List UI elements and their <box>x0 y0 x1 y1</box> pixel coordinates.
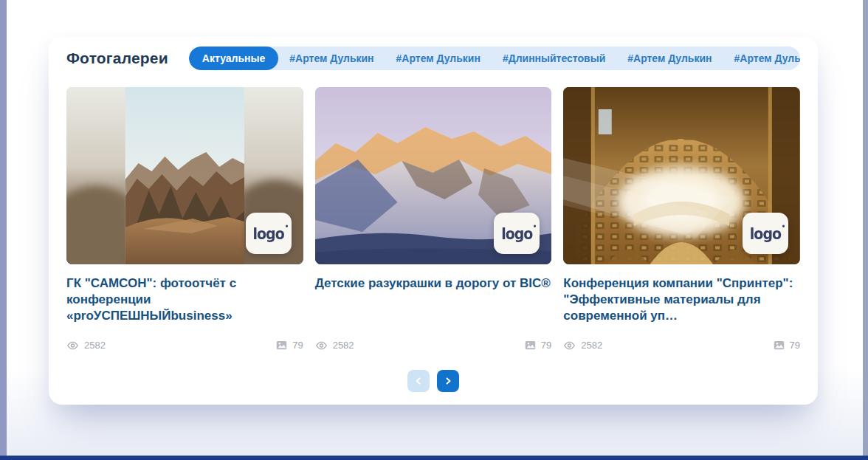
photos-stat: 79 <box>276 340 303 351</box>
chevron-left-icon <box>414 377 423 385</box>
views-stat: 2582 <box>66 340 106 351</box>
panel-header: Фотогалереи Актуальные #Артем Дулькин #А… <box>66 46 800 71</box>
logo-watermark-text: logo <box>750 224 781 242</box>
photos-count: 79 <box>292 340 303 351</box>
eye-icon <box>66 341 79 350</box>
gallery-card: logo ГК "САМСОН": фотоотчёт с конференци… <box>66 87 303 351</box>
logo-watermark-text: logo <box>501 224 532 242</box>
window-border-bottom <box>0 456 868 460</box>
photos-stat: 79 <box>525 340 551 351</box>
gallery-photo-desert-mountains[interactable]: logo <box>66 87 303 264</box>
gallery-stats: 2582 79 <box>66 340 303 351</box>
views-count: 2582 <box>581 340 602 351</box>
photos-icon <box>525 340 536 350</box>
page-title: Фотогалереи <box>66 49 168 67</box>
pagination <box>66 370 800 392</box>
photos-icon <box>774 340 785 350</box>
tab-actual[interactable]: Актуальные <box>189 47 278 70</box>
next-page-button[interactable] <box>437 370 459 392</box>
photos-stat: 79 <box>774 340 800 351</box>
views-count: 2582 <box>84 340 106 351</box>
photo-galleries-panel: Фотогалереи Актуальные #Артем Дулькин #А… <box>49 37 818 405</box>
gallery-photo-snow-mountain[interactable]: logo <box>315 87 552 264</box>
tab-hashtag-5[interactable]: #Артем Дулькин <box>723 52 800 64</box>
gallery-title[interactable]: ГК "САМСОН": фотоотчёт с конференции «pr… <box>66 275 303 327</box>
views-count: 2582 <box>333 340 354 351</box>
tab-hashtag-1[interactable]: #Артем Дулькин <box>278 52 385 64</box>
gallery-cards-row: logo ГК "САМСОН": фотоотчёт с конференци… <box>66 87 800 351</box>
gallery-card: logo Конференция компании "Спринтер": "Э… <box>563 87 800 351</box>
prev-page-button[interactable] <box>407 370 430 392</box>
window-border-right <box>863 0 868 460</box>
gallery-title[interactable]: Конференция компании "Спринтер": "Эффект… <box>563 275 800 327</box>
gallery-photo-cathedral[interactable]: logo <box>563 87 800 264</box>
tab-hashtag-4[interactable]: #Артем Дулькин <box>616 52 723 64</box>
chevron-right-icon <box>444 377 452 385</box>
photos-icon <box>276 340 287 350</box>
photos-count: 79 <box>541 340 551 351</box>
gallery-card: logo Детские разукрашки в дорогу от BIC®… <box>315 87 552 351</box>
views-stat: 2582 <box>315 340 354 351</box>
tab-hashtag-3[interactable]: #Длинныйтестовый <box>492 52 616 64</box>
logo-watermark: logo <box>494 213 540 254</box>
eye-icon <box>563 341 576 350</box>
photos-count: 79 <box>790 340 800 351</box>
eye-icon <box>315 341 328 350</box>
logo-watermark: logo <box>743 213 788 254</box>
gallery-stats: 2582 79 <box>315 340 552 351</box>
window-border-left <box>0 0 7 460</box>
logo-watermark-text: logo <box>253 224 284 242</box>
views-stat: 2582 <box>563 340 602 351</box>
hashtag-tabs-bar: Актуальные #Артем Дулькин #Артем Дулькин… <box>189 47 800 70</box>
gallery-stats: 2582 79 <box>563 340 800 351</box>
gallery-title[interactable]: Детские разукрашки в дорогу от BIC® <box>315 275 552 327</box>
tab-hashtag-2[interactable]: #Артем Дулькин <box>385 52 492 64</box>
logo-watermark: logo <box>246 213 292 254</box>
